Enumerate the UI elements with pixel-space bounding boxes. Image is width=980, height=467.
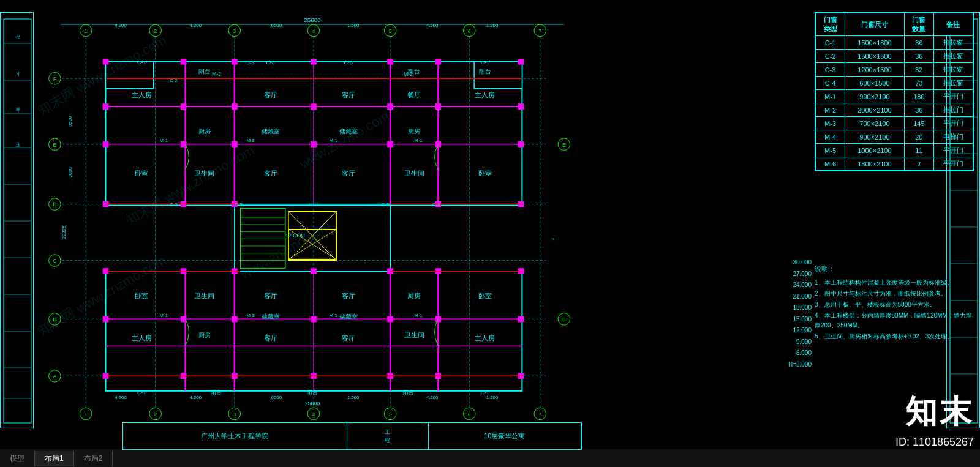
svg-text:卧室: 卧室 bbox=[478, 170, 492, 177]
svg-text:B: B bbox=[562, 316, 566, 323]
svg-text:储藏室: 储藏室 bbox=[339, 128, 358, 135]
svg-text:卫生间: 卫生间 bbox=[194, 292, 214, 299]
svg-text:M-2: M-2 bbox=[212, 71, 221, 77]
svg-text:4.200: 4.200 bbox=[189, 395, 202, 401]
svg-text:E: E bbox=[562, 142, 566, 148]
svg-text:6500: 6500 bbox=[271, 395, 282, 401]
tab-布局1[interactable]: 布局1 bbox=[35, 451, 74, 466]
svg-text:2: 2 bbox=[154, 28, 157, 34]
svg-text:客厅: 客厅 bbox=[342, 91, 355, 99]
svg-text:阳台: 阳台 bbox=[211, 389, 222, 395]
cell-size: 1200×1500 bbox=[845, 63, 905, 77]
svg-text:C-1: C-1 bbox=[481, 59, 489, 65]
svg-text:M-3: M-3 bbox=[246, 313, 254, 318]
note-item-1: 1、本工程结构构件混凝土强度等级一般为标准级。 bbox=[815, 278, 974, 288]
svg-text:D: D bbox=[53, 201, 56, 207]
svg-text:7: 7 bbox=[538, 411, 541, 417]
svg-text:M-1: M-1 bbox=[160, 313, 168, 318]
svg-text:客厅: 客厅 bbox=[264, 334, 277, 342]
svg-text:M-1: M-1 bbox=[414, 138, 422, 143]
svg-text:1.200: 1.200 bbox=[486, 395, 499, 401]
cell-qty: 145 bbox=[904, 117, 933, 130]
cell-size: 1800×2100 bbox=[845, 157, 905, 171]
svg-text:→: → bbox=[549, 235, 556, 242]
elevation-value: 27.000 bbox=[769, 269, 812, 280]
svg-rect-131 bbox=[518, 316, 524, 323]
svg-text:餐厅: 餐厅 bbox=[407, 91, 421, 99]
svg-text:4: 4 bbox=[312, 411, 315, 417]
svg-rect-77 bbox=[235, 204, 390, 272]
svg-rect-125 bbox=[103, 316, 109, 323]
svg-text:卧室: 卧室 bbox=[135, 170, 148, 177]
cell-qty: 36 bbox=[904, 103, 933, 117]
svg-text:厨房: 厨房 bbox=[198, 332, 211, 338]
schedule-row-m-5: M-5 1000×2100 11 平开门 bbox=[816, 144, 973, 157]
cell-note: 推拉窗 bbox=[933, 36, 973, 50]
svg-text:M-3: M-3 bbox=[246, 138, 254, 143]
svg-text:4.200: 4.200 bbox=[189, 23, 202, 28]
svg-rect-59 bbox=[106, 62, 522, 206]
svg-rect-101 bbox=[232, 103, 238, 110]
svg-text:C-3: C-3 bbox=[381, 202, 389, 207]
col-header-size: 门窗尺寸 bbox=[845, 13, 905, 36]
cell-note: 平开门 bbox=[933, 157, 973, 171]
elevation-value: 21.000 bbox=[769, 291, 812, 303]
svg-text:B: B bbox=[53, 316, 56, 323]
engineer-label: 工 程 bbox=[347, 423, 429, 449]
svg-text:M-1: M-1 bbox=[414, 313, 422, 318]
tab-模型[interactable]: 模型 bbox=[0, 451, 35, 466]
cell-type: C-2 bbox=[816, 50, 845, 63]
svg-text:客厅: 客厅 bbox=[342, 334, 355, 342]
svg-text:阳台: 阳台 bbox=[198, 68, 211, 75]
cell-type: M-3 bbox=[816, 117, 845, 130]
schedule-row-m-4: M-4 900×2100 20 电梯门 bbox=[816, 130, 973, 144]
svg-text:厨房: 厨房 bbox=[198, 128, 211, 135]
col-header-note: 备注 bbox=[933, 13, 973, 36]
elevation-value: 15.000 bbox=[769, 314, 812, 326]
svg-text:C-1: C-1 bbox=[137, 59, 146, 65]
svg-rect-62 bbox=[106, 271, 522, 391]
schedule-row-c-1: C-1 1500×1800 36 推拉窗 bbox=[816, 36, 973, 50]
svg-rect-121 bbox=[311, 268, 317, 274]
svg-text:6500: 6500 bbox=[271, 23, 282, 28]
svg-rect-104 bbox=[435, 103, 442, 110]
cell-size: 1000×2100 bbox=[845, 144, 905, 157]
cell-note: 电梯门 bbox=[933, 130, 973, 144]
svg-text:C-1: C-1 bbox=[481, 389, 489, 395]
svg-text:5: 5 bbox=[389, 411, 392, 417]
cell-qty: 2 bbox=[904, 157, 933, 171]
svg-text:卫生间: 卫生间 bbox=[404, 331, 424, 338]
schedule-row-c-2: C-2 1500×1500 36 推拉窗 bbox=[816, 50, 973, 63]
svg-text:C-1: C-1 bbox=[137, 389, 146, 395]
svg-text:C-3: C-3 bbox=[266, 59, 274, 65]
schedule-table: 门窗类型 门窗尺寸 门窗数量 备注 C-1 1500×1800 36 推拉窗 C… bbox=[815, 12, 974, 171]
col-header-type: 门窗类型 bbox=[816, 13, 845, 36]
model-tabs: 模型布局1布局2 bbox=[0, 450, 113, 467]
cell-note: 推拉窗 bbox=[933, 50, 973, 63]
svg-text:25600: 25600 bbox=[304, 17, 321, 23]
svg-text:F: F bbox=[53, 76, 57, 82]
cell-qty: 82 bbox=[904, 63, 933, 77]
svg-text:3: 3 bbox=[233, 28, 236, 34]
svg-text:4: 4 bbox=[312, 28, 315, 34]
svg-text:C-3: C-3 bbox=[235, 202, 243, 207]
svg-rect-100 bbox=[181, 103, 187, 110]
svg-text:M-1: M-1 bbox=[329, 138, 337, 143]
svg-text:7: 7 bbox=[538, 28, 541, 34]
cell-note: 平开门 bbox=[933, 117, 973, 130]
svg-text:1.500: 1.500 bbox=[347, 395, 360, 401]
floorplan-drawing: 25600 1 2 3 4 5 6 7 1 2 3 4 5 6 7 bbox=[37, 6, 588, 435]
svg-text:A: A bbox=[53, 373, 56, 379]
svg-rect-99 bbox=[103, 103, 109, 110]
svg-text:C-2: C-2 bbox=[170, 78, 178, 83]
schedule-row-c-4: C-4 600×1500 73 推拉窗 bbox=[816, 77, 973, 90]
svg-text:主人房: 主人房 bbox=[475, 91, 495, 99]
tab-布局2[interactable]: 布局2 bbox=[74, 451, 113, 466]
note-item-2: 2、图中尺寸与标注尺寸为准，图纸按比例参考。 bbox=[815, 289, 974, 299]
svg-text:厨房: 厨房 bbox=[408, 128, 420, 135]
note-item-3: 3、总用于板、平、楼板标高为5800平方米。 bbox=[815, 300, 974, 310]
svg-text:M-1: M-1 bbox=[160, 138, 168, 143]
cell-type: C-3 bbox=[816, 63, 845, 77]
svg-rect-130 bbox=[435, 316, 442, 323]
svg-text:阳台: 阳台 bbox=[479, 68, 491, 75]
